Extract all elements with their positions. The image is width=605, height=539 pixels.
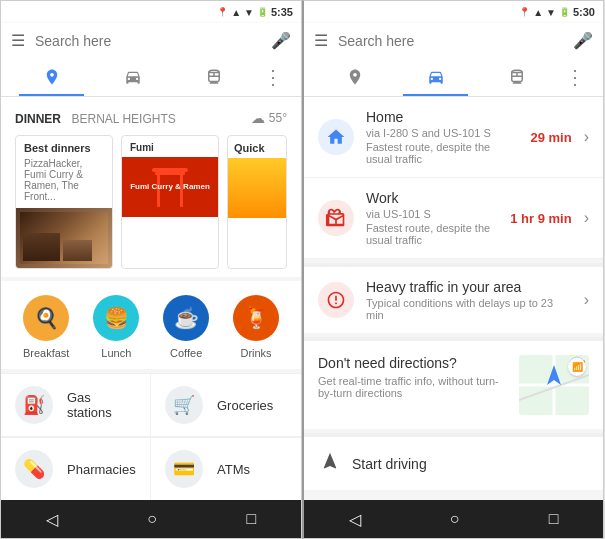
category-breakfast[interactable]: 🍳 Breakfast [23, 295, 69, 359]
svg-rect-0 [152, 168, 188, 172]
no-dir-sub: Get real-time traffic info, without turn… [318, 375, 507, 399]
right-more-icon[interactable]: ⋮ [557, 65, 593, 89]
left-dinner-section: DINNER BERNAL HEIGHTS ☁ 55° Best dinners… [1, 97, 301, 277]
right-search-input[interactable] [338, 33, 563, 49]
left-search-bar: ☰ 🎤 [1, 23, 301, 58]
right-status-icons: 📍 ▲ ▼ 🔋 5:30 [519, 6, 595, 18]
left-categories: 🍳 Breakfast 🍔 Lunch ☕ Coffee 🍹 [1, 281, 301, 369]
right-tab-transit[interactable] [476, 58, 557, 96]
dinner-card-quick-header: Quick [228, 136, 286, 158]
drinks-icon-circle: 🍹 [233, 295, 279, 341]
map-mini-preview[interactable]: 📶 📶 [519, 355, 589, 415]
pharmacy-icon: 💊 [23, 458, 45, 480]
home-direction-info: Home via I-280 S and US-101 S Fastest ro… [366, 109, 518, 165]
category-lunch[interactable]: 🍔 Lunch [93, 295, 139, 359]
left-search-input[interactable] [35, 33, 261, 49]
coffee-label: Coffee [170, 347, 202, 359]
right-status-bar: 📍 ▲ ▼ 🔋 5:30 [304, 1, 603, 23]
right-time: 5:30 [573, 6, 595, 18]
restaurant-img-fumi: Fumi Curry & Ramen [122, 157, 218, 217]
groceries-icon-bg: 🛒 [165, 386, 203, 424]
dinner-card-1[interactable]: Best dinners PizzaHacker, Fumi Curry & R… [15, 135, 113, 269]
dinner-cards: Best dinners PizzaHacker, Fumi Curry & R… [15, 135, 287, 269]
dinner-card-fumi[interactable]: Fumi Fumi Curry & Ramen [121, 135, 219, 269]
home-direction-icon [318, 119, 354, 155]
breakfast-icon-circle: 🍳 [23, 295, 69, 341]
right-tab-driving[interactable] [395, 58, 476, 96]
work-direction-icon [318, 200, 354, 236]
work-direction-info: Work via US-101 S Fastest route, despite… [366, 190, 498, 246]
dinner-card-quick-img [228, 158, 286, 218]
direction-work[interactable]: Work via US-101 S Fastest route, despite… [304, 178, 603, 259]
category-coffee[interactable]: ☕ Coffee [163, 295, 209, 359]
traffic-icon [318, 282, 354, 318]
left-tab-transit[interactable] [174, 58, 255, 96]
service-atm-item[interactable]: 💳 ATMs [151, 437, 301, 500]
drinks-label: Drinks [240, 347, 271, 359]
signal-icon: ▲ [231, 7, 241, 18]
dinner-card-quick[interactable]: Quick [227, 135, 287, 269]
start-driving-section[interactable]: Start driving [304, 437, 603, 490]
service-pharmacy-item[interactable]: 💊 Pharmacies [1, 437, 151, 500]
work-direction-arrow: › [584, 209, 589, 227]
traffic-arrow: › [584, 291, 589, 309]
right-hamburger-icon[interactable]: ☰ [314, 31, 328, 50]
atm-icon-bg: 💳 [165, 450, 203, 488]
dinner-card-fumi-header: Fumi [122, 136, 218, 157]
left-back-button[interactable]: ◁ [26, 504, 78, 535]
dinner-header: DINNER BERNAL HEIGHTS ☁ 55° [15, 109, 287, 127]
right-wifi-icon: ▼ [546, 7, 556, 18]
right-mic-icon[interactable]: 🎤 [573, 31, 593, 50]
left-hamburger-icon[interactable]: ☰ [11, 31, 25, 50]
right-content-area: Home via I-280 S and US-101 S Fastest ro… [304, 97, 603, 500]
direction-home[interactable]: Home via I-280 S and US-101 S Fastest ro… [304, 97, 603, 178]
right-home-button[interactable]: ○ [430, 504, 480, 534]
right-tab-explore[interactable] [314, 58, 395, 96]
left-bottom-nav: ◁ ○ □ [1, 500, 301, 538]
left-tab-driving[interactable] [92, 58, 173, 96]
right-back-button[interactable]: ◁ [329, 504, 381, 535]
left-home-button[interactable]: ○ [127, 504, 177, 534]
right-directions-list: Home via I-280 S and US-101 S Fastest ro… [304, 97, 603, 259]
lunch-label: Lunch [101, 347, 131, 359]
service-gas-item[interactable]: ⛽ Gas stations [1, 374, 151, 437]
left-status-bar: 📍 ▲ ▼ 🔋 5:35 [1, 1, 301, 23]
breakfast-label: Breakfast [23, 347, 69, 359]
no-directions-section: Don't need directions? Get real-time tra… [304, 341, 603, 429]
lunch-icon-circle: 🍔 [93, 295, 139, 341]
right-nav-tabs: ⋮ [304, 58, 603, 97]
service-groceries-item[interactable]: 🛒 Groceries [151, 374, 301, 437]
left-recents-button[interactable]: □ [227, 504, 277, 534]
wifi-icon: ▼ [244, 7, 254, 18]
svg-rect-1 [155, 172, 185, 175]
start-driving-icon [320, 451, 340, 476]
cloud-icon: ☁ [251, 110, 265, 126]
left-more-icon[interactable]: ⋮ [255, 65, 291, 89]
home-direction-via: via I-280 S and US-101 S [366, 127, 518, 139]
right-recents-button[interactable]: □ [529, 504, 579, 534]
traffic-sub: Typical conditions with delays up to 23 … [366, 297, 572, 321]
left-status-icons: 📍 ▲ ▼ 🔋 5:35 [217, 6, 293, 18]
temperature: 55° [269, 111, 287, 125]
home-direction-time: 29 min [530, 130, 571, 145]
traffic-overlay-icon: 📶 [568, 358, 586, 376]
left-services-grid: ⛽ Gas stations 🛒 Groceries 💊 Pharmacies … [1, 373, 301, 500]
work-direction-sub: Fastest route, despite the usual traffic [366, 222, 498, 246]
right-location-icon: 📍 [519, 7, 530, 17]
traffic-section[interactable]: Heavy traffic in your area Typical condi… [304, 267, 603, 333]
left-phone-panel: 📍 ▲ ▼ 🔋 5:35 ☰ 🎤 ⋮ [0, 0, 302, 539]
no-dir-title: Don't need directions? [318, 355, 507, 371]
home-direction-sub: Fastest route, despite the usual traffic [366, 141, 518, 165]
gas-station-label: Gas stations [67, 390, 136, 420]
dinner-card-1-header: Best dinners [16, 136, 112, 158]
left-tab-explore[interactable] [11, 58, 92, 96]
no-dir-text: Don't need directions? Get real-time tra… [318, 355, 507, 399]
dinner-card-1-sub: PizzaHacker, Fumi Curry & Ramen, The Fro… [16, 158, 112, 208]
category-drinks[interactable]: 🍹 Drinks [233, 295, 279, 359]
dinner-title: DINNER [15, 112, 61, 126]
pharmacy-label: Pharmacies [67, 462, 136, 477]
left-mic-icon[interactable]: 🎤 [271, 31, 291, 50]
groceries-label: Groceries [217, 398, 273, 413]
dinner-title-row: DINNER BERNAL HEIGHTS [15, 109, 176, 127]
drinks-icon: 🍹 [244, 306, 269, 330]
